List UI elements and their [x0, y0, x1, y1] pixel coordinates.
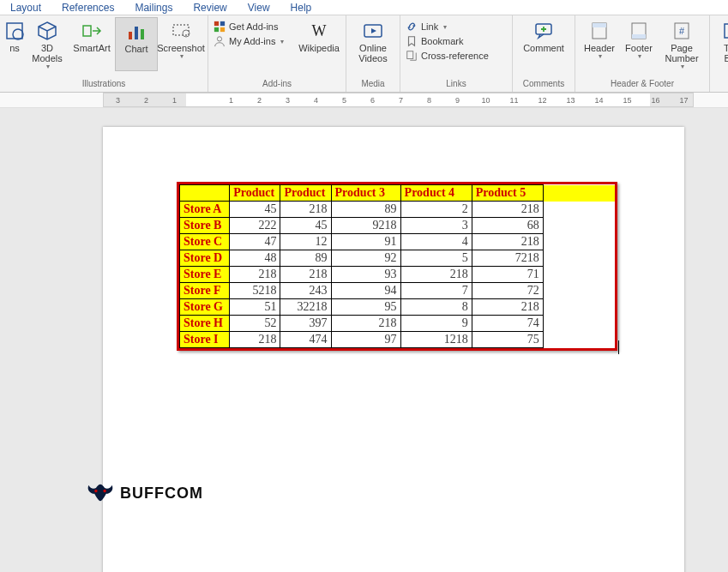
page[interactable]: ProductProductProduct 3Product 4Product …	[103, 127, 684, 572]
3dmodels-button[interactable]: 3D Models▾	[26, 17, 69, 71]
table-header[interactable]	[180, 185, 230, 202]
table-header[interactable]	[543, 185, 614, 202]
table-cell-empty[interactable]	[543, 299, 614, 316]
table-cell[interactable]: 45	[280, 218, 331, 234]
table-cell[interactable]: 218	[230, 267, 280, 283]
row-header[interactable]: Store H	[180, 316, 230, 332]
bookmark-button[interactable]: Bookmark	[406, 35, 507, 47]
table-cell[interactable]: 218	[331, 316, 400, 332]
table-cell-empty[interactable]	[543, 218, 614, 234]
table-cell[interactable]: 89	[280, 250, 331, 267]
data-table[interactable]: ProductProductProduct 3Product 4Product …	[179, 184, 615, 348]
table-row[interactable]: Store G5132218958218	[180, 299, 615, 316]
row-header[interactable]: Store B	[180, 218, 230, 234]
table-cell[interactable]: 243	[280, 283, 331, 299]
crossref-button[interactable]: Cross-reference	[406, 50, 507, 62]
table-cell[interactable]: 91	[331, 234, 400, 250]
row-header[interactable]: Store D	[180, 250, 230, 267]
tab-help[interactable]: Help	[280, 0, 322, 15]
footer-button[interactable]: Footer▾	[620, 17, 658, 71]
table-header[interactable]: Product 3	[331, 185, 400, 202]
shapes-button-partial[interactable]: ns	[5, 17, 24, 71]
table-cell[interactable]: 93	[331, 267, 400, 283]
table-cell[interactable]: 7	[400, 283, 472, 299]
table-row[interactable]: Store I21847497121875	[180, 332, 615, 348]
row-header[interactable]: Store C	[180, 234, 230, 250]
online-videos-button[interactable]: Online Videos	[352, 17, 394, 63]
table-cell[interactable]: 222	[230, 218, 280, 234]
text-box-button[interactable]: A Text Box▾	[715, 17, 728, 71]
get-addins-button[interactable]: Get Add-ins	[214, 21, 296, 33]
table-header[interactable]: Product 4	[400, 185, 472, 202]
tab-references[interactable]: References	[51, 0, 124, 15]
my-addins-button[interactable]: My Add-ins▾	[214, 35, 296, 47]
table-cell[interactable]: 9218	[331, 218, 400, 234]
table-cell[interactable]: 94	[331, 283, 400, 299]
table-cell[interactable]: 8	[400, 299, 472, 316]
table-cell[interactable]: 3	[400, 218, 472, 234]
table-row[interactable]: Store E2182189321871	[180, 267, 615, 283]
table-cell-empty[interactable]	[543, 332, 614, 348]
table-cell[interactable]: 32218	[280, 299, 331, 316]
table-cell[interactable]: 1218	[400, 332, 472, 348]
table-cell-empty[interactable]	[543, 283, 614, 299]
table-row[interactable]: Store B222459218368	[180, 218, 615, 234]
table-cell[interactable]: 4	[400, 234, 472, 250]
table-cell-empty[interactable]	[543, 202, 614, 218]
table-cell[interactable]: 397	[280, 316, 331, 332]
horizontal-ruler[interactable]: 3211234567891011121314151617	[0, 93, 728, 108]
row-header[interactable]: Store A	[180, 202, 230, 218]
row-header[interactable]: Store F	[180, 283, 230, 299]
comment-button[interactable]: Comment	[518, 17, 569, 53]
tab-view[interactable]: View	[238, 0, 280, 15]
table-cell[interactable]: 89	[331, 202, 400, 218]
table-cell[interactable]: 218	[280, 267, 331, 283]
table-cell[interactable]: 92	[331, 250, 400, 267]
link-button[interactable]: Link▾	[406, 21, 507, 33]
tab-mailings[interactable]: Mailings	[124, 0, 183, 15]
table-cell-empty[interactable]	[543, 234, 614, 250]
row-header[interactable]: Store G	[180, 299, 230, 316]
table-cell[interactable]: 218	[472, 299, 543, 316]
wikipedia-button[interactable]: W Wikipedia	[298, 17, 340, 53]
table-cell[interactable]: 218	[472, 202, 543, 218]
table-row[interactable]: Store F521824394772	[180, 283, 615, 299]
row-header[interactable]: Store E	[180, 267, 230, 283]
table-cell[interactable]: 474	[280, 332, 331, 348]
table-cell[interactable]: 45	[230, 202, 280, 218]
table-row[interactable]: Store H52397218974	[180, 316, 615, 332]
table-cell[interactable]: 218	[230, 332, 280, 348]
table-header[interactable]: Product	[230, 185, 280, 202]
table-cell[interactable]: 72	[472, 283, 543, 299]
table-cell[interactable]: 71	[472, 267, 543, 283]
table-cell-empty[interactable]	[543, 267, 614, 283]
smartart-button[interactable]: SmartArt	[70, 17, 113, 71]
table-cell[interactable]: 5	[400, 250, 472, 267]
table-cell[interactable]: 68	[472, 218, 543, 234]
data-table-container[interactable]: ProductProductProduct 3Product 4Product …	[177, 182, 617, 351]
table-cell[interactable]: 7218	[472, 250, 543, 267]
table-cell[interactable]: 52	[230, 316, 280, 332]
table-cell[interactable]: 51	[230, 299, 280, 316]
table-cell[interactable]: 5218	[230, 283, 280, 299]
table-cell-empty[interactable]	[543, 316, 614, 332]
document-area[interactable]: ProductProductProduct 3Product 4Product …	[0, 108, 728, 572]
table-header[interactable]: Product	[280, 185, 331, 202]
table-cell-empty[interactable]	[543, 250, 614, 267]
screenshot-button[interactable]: Screenshot▾	[159, 17, 202, 71]
table-row[interactable]: Store C4712914218	[180, 234, 615, 250]
header-button[interactable]: Header▾	[581, 17, 618, 71]
table-cell[interactable]: 74	[472, 316, 543, 332]
table-header[interactable]: Product 5	[472, 185, 543, 202]
table-cell[interactable]: 218	[280, 202, 331, 218]
table-cell[interactable]: 47	[230, 234, 280, 250]
row-header[interactable]: Store I	[180, 332, 230, 348]
table-cell[interactable]: 9	[400, 316, 472, 332]
table-cell[interactable]: 97	[331, 332, 400, 348]
tab-layout[interactable]: Layout	[0, 0, 51, 15]
tab-review[interactable]: Review	[183, 0, 237, 15]
table-row[interactable]: Store A45218892218	[180, 202, 615, 218]
table-cell[interactable]: 48	[230, 250, 280, 267]
table-cell[interactable]: 2	[400, 202, 472, 218]
table-cell[interactable]: 12	[280, 234, 331, 250]
